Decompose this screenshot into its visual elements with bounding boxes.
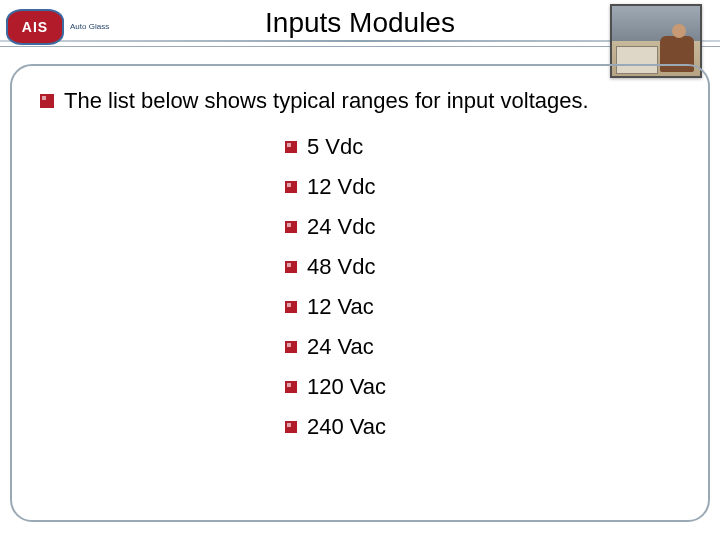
voltage-value: 5 Vdc <box>307 134 435 160</box>
voltage-value: 240 Vac <box>307 414 435 440</box>
content-card: The list below shows typical ranges for … <box>10 64 710 522</box>
list-item: 48 Vdc <box>285 254 435 280</box>
bullet-icon <box>285 421 297 433</box>
logo-subtitle: Auto Glass <box>70 23 109 31</box>
list-item: 12 Vdc <box>285 174 435 200</box>
bullet-icon <box>285 221 297 233</box>
voltage-value: 48 Vdc <box>307 254 435 280</box>
corner-image-head <box>672 24 686 38</box>
voltage-value: 12 Vac <box>307 294 435 320</box>
bullet-icon <box>285 141 297 153</box>
voltage-value: 24 Vdc <box>307 214 435 240</box>
list-item: 24 Vac <box>285 334 435 360</box>
logo-badge: AIS <box>6 9 64 45</box>
bullet-icon <box>285 261 297 273</box>
list-item: 24 Vdc <box>285 214 435 240</box>
bullet-icon <box>285 301 297 313</box>
list-item: 120 Vac <box>285 374 435 400</box>
voltage-value: 120 Vac <box>307 374 435 400</box>
bullet-icon <box>285 381 297 393</box>
list-item: 12 Vac <box>285 294 435 320</box>
voltage-list: 5 Vdc 12 Vdc 24 Vdc 48 Vdc 12 Vac 24 Vac <box>40 134 680 440</box>
bullet-icon <box>285 341 297 353</box>
voltage-value: 12 Vdc <box>307 174 435 200</box>
bullet-icon <box>40 94 54 108</box>
voltage-value: 24 Vac <box>307 334 435 360</box>
list-item: 5 Vdc <box>285 134 435 160</box>
slide: Inputs Modules AIS Auto Glass The list b… <box>0 0 720 540</box>
bullet-icon <box>285 181 297 193</box>
brand-logo: AIS Auto Glass <box>6 4 124 50</box>
list-item: 240 Vac <box>285 414 435 440</box>
intro-row: The list below shows typical ranges for … <box>40 88 680 114</box>
intro-text: The list below shows typical ranges for … <box>64 88 589 114</box>
page-title: Inputs Modules <box>265 7 455 39</box>
